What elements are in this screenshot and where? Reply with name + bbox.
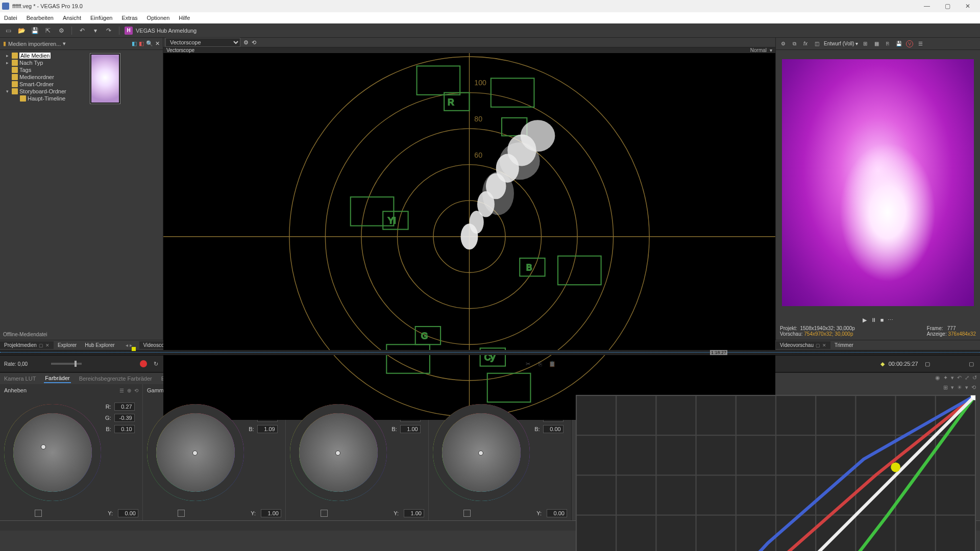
preview-v-icon[interactable]: V (906, 40, 913, 47)
render-icon[interactable]: ⇱ (43, 26, 53, 36)
menu-ansicht[interactable]: Ansicht (62, 14, 82, 22)
preview-stop-icon[interactable]: ■ (880, 317, 884, 323)
tab-preview-icon[interactable]: ▢ (39, 343, 43, 348)
redo-icon[interactable]: ↷ (104, 26, 114, 36)
close-button[interactable]: ✕ (958, 0, 978, 12)
record-button[interactable] (139, 359, 148, 368)
tab-hub-explorer[interactable]: Hub Explorer (81, 341, 118, 349)
gain-b[interactable]: 1.00 (400, 425, 421, 433)
properties-icon[interactable]: ⚙ (56, 26, 66, 36)
hub-signin-label[interactable]: VEGAS Hub Anmeldung (136, 28, 197, 34)
media-thumb-1[interactable] (90, 53, 120, 104)
undo-dropdown-icon[interactable]: ▾ (90, 26, 101, 36)
menu-optionen[interactable]: Optionen (146, 14, 171, 22)
preview-pause-icon[interactable]: ⏸ (871, 317, 876, 323)
tab-projektmedien[interactable]: Projektmedien ▢ ✕ (0, 341, 54, 349)
tree-tags[interactable]: Tags (1, 66, 86, 73)
copy-icon[interactable]: ⎘ (535, 359, 545, 368)
wheel-center-box-gamma[interactable] (178, 510, 185, 517)
wheel-target-icon[interactable]: ⊕ (127, 388, 131, 393)
open-icon[interactable]: 📂 (16, 26, 27, 36)
cgtab-farbraeder[interactable]: Farbräder (44, 374, 70, 383)
media-icon[interactable]: ▮ (3, 40, 6, 47)
cut-icon[interactable]: ✂ (523, 359, 532, 368)
import-media-button[interactable]: Medien importieren... ▾ (8, 40, 66, 47)
tree-by-type[interactable]: ▸Nach Typ (1, 59, 86, 66)
curve-reset-icon[interactable]: ⟲ (971, 384, 976, 391)
wheel-center-box-gain[interactable] (321, 510, 328, 517)
anheben-y[interactable]: 0.00 (118, 509, 138, 517)
preview-more-icon[interactable]: ⋯ (888, 317, 893, 323)
timeline-ruler[interactable]: 1:18:27 (0, 350, 980, 355)
paste-icon[interactable]: 📋 (548, 359, 557, 368)
preview-settings-icon[interactable]: ⚙ (779, 40, 787, 48)
view-red-icon[interactable]: ◧ (139, 40, 144, 47)
menu-datei[interactable]: Datei (3, 14, 18, 22)
tab-trimmer[interactable]: Trimmer (830, 341, 857, 349)
preview-quality-select[interactable]: Entwurf (Voll) ▾ (824, 41, 858, 46)
color-wheel-gamma[interactable] (147, 404, 244, 501)
save-icon[interactable]: 💾 (30, 26, 40, 36)
anheben-b[interactable]: 0.10 (114, 425, 135, 433)
wheel-sliders-icon[interactable]: ☰ (119, 388, 124, 393)
hub-badge-icon[interactable]: H (125, 27, 133, 35)
maximize-button[interactable]: ▢ (937, 0, 958, 12)
tree-smart-folder[interactable]: Smart-Ordner (1, 81, 86, 88)
preview-copy-icon[interactable]: ⎘ (884, 40, 892, 48)
preview-play-icon[interactable]: ▶ (863, 317, 867, 323)
curve-reset-icon[interactable]: ↺ (972, 374, 977, 381)
preview-save-icon[interactable]: 💾 (895, 40, 903, 48)
preview-grid-icon[interactable]: ⊞ (861, 40, 869, 48)
anheben-g[interactable]: -0.39 (114, 414, 135, 422)
versatz-y[interactable]: 0.00 (547, 509, 567, 517)
tab-explorer[interactable]: Explorer (54, 341, 81, 349)
tree-all-media[interactable]: ▸Alle Medien (1, 52, 86, 59)
color-wheel-versatz[interactable] (433, 404, 530, 501)
loop-icon[interactable]: ↻ (151, 359, 160, 368)
chevron-down-icon[interactable]: ▾ (770, 47, 772, 53)
curve-undo-icon[interactable]: ↶ (957, 374, 962, 381)
rate-slider[interactable] (51, 363, 82, 365)
timecode-display[interactable]: 00:00:25:27 (889, 361, 918, 367)
tree-storyboard[interactable]: ▾Storyboard-Ordner (1, 88, 86, 95)
scope-mode[interactable]: Normal (750, 47, 767, 53)
gain-y[interactable]: 1.00 (404, 509, 424, 517)
curve-auto-icon[interactable]: ✦ (943, 374, 948, 381)
preview-menu-icon[interactable]: ☰ (916, 40, 924, 48)
curve-eyedrop-icon[interactable]: ◉ (935, 374, 940, 381)
tab-close-icon[interactable]: ✕ (45, 343, 50, 348)
menu-einfuegen[interactable]: Einfügen (89, 14, 113, 22)
menu-hilfe[interactable]: Hilfe (178, 14, 191, 22)
preview-overlay-icon[interactable]: ▦ (872, 40, 880, 48)
tab-videovorschau[interactable]: Videovorschau ▢ ✕ (776, 341, 830, 349)
curve-dropdown-icon[interactable]: ▾ (951, 374, 954, 381)
scope-type-select[interactable]: Vectorscope (165, 38, 240, 47)
preview-split-icon[interactable]: ◫ (813, 40, 821, 48)
curves-editor[interactable] (576, 395, 976, 551)
tree-main-timeline[interactable]: Haupt-Timeline (1, 95, 86, 102)
color-wheel-gain[interactable] (290, 404, 387, 501)
maximize-timeline-icon[interactable]: ▢ (967, 359, 976, 368)
cgtab-range[interactable]: Bereichsbegrenzte Farbräder (78, 374, 153, 383)
wheel-center-box-anheben[interactable] (35, 510, 42, 517)
curve-expand-icon[interactable]: ⤢ (965, 374, 969, 381)
versatz-b[interactable]: 0.00 (543, 425, 564, 433)
timecode-box-icon[interactable]: ▢ (925, 361, 930, 367)
undo-icon[interactable]: ↶ (77, 26, 87, 36)
tree-media-folder[interactable]: Medienordner (1, 73, 86, 81)
scope-refresh-icon[interactable]: ⟲ (252, 39, 256, 46)
preview-layout-icon[interactable]: ⧉ (790, 40, 798, 48)
menu-extras[interactable]: Extras (120, 14, 138, 22)
menu-bearbeiten[interactable]: Bearbeiten (26, 14, 55, 22)
view-blue-icon[interactable]: ◧ (132, 40, 137, 47)
cgtab-kamera-lut[interactable]: Kamera LUT (3, 374, 37, 383)
curve-sun-dropdown-icon[interactable]: ▾ (965, 384, 968, 391)
color-wheel-anheben[interactable] (4, 404, 101, 501)
preview-fx-icon[interactable]: fx (801, 40, 810, 48)
curve-grid-icon[interactable]: ⊞ (943, 384, 948, 391)
wheel-reset-icon[interactable]: ⟲ (134, 388, 138, 393)
anheben-r[interactable]: 0.27 (114, 403, 135, 411)
minimize-button[interactable]: — (917, 0, 937, 12)
search-icon[interactable]: 🔍 (146, 40, 153, 47)
curve-grid-dropdown-icon[interactable]: ▾ (951, 384, 954, 391)
